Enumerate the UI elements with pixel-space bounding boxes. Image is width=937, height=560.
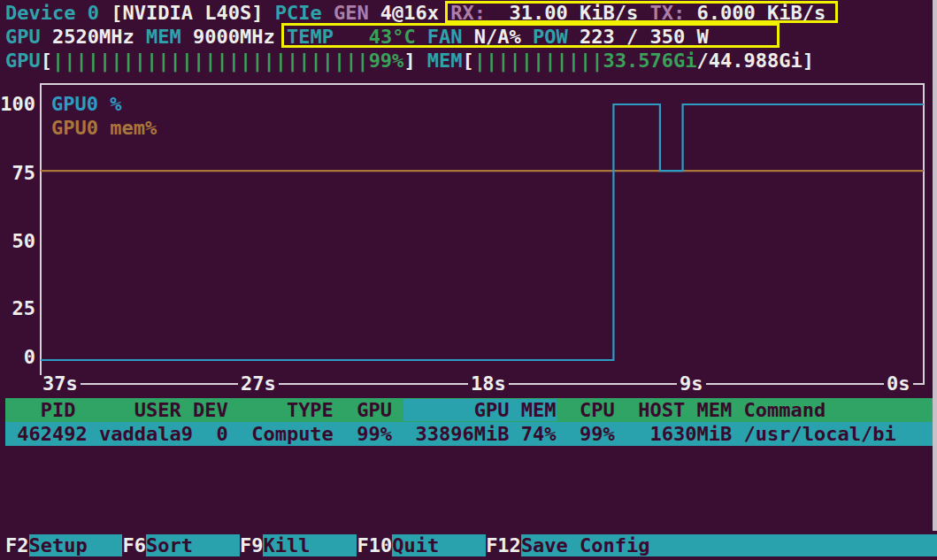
nvtop-terminal: { "colors": { "bg": "#3a0d33", "fg": "#e…: [0, 0, 937, 560]
chart-y-tick-25: 25: [12, 297, 36, 319]
gpu-utilization-line: [41, 104, 924, 360]
header-right-columns: CPU HOST MEM Command: [557, 399, 826, 421]
process-row[interactable]: 462492 vaddala9 0 Compute 99% 33896MiB 7…: [0, 422, 937, 446]
fkey-sort-button[interactable]: Sort: [146, 534, 240, 556]
chart-x-tick-27s: 27s: [241, 372, 276, 395]
process-row-text: 462492 vaddala9 0 Compute 99% 33896MiB 7…: [5, 422, 896, 446]
chart-y-tick-0: 0: [24, 346, 35, 368]
terminal-scrollbar[interactable]: [933, 0, 937, 531]
utilization-chart: 100 75 50 25 0 37s 27s 18s 9s 0s GPU0 % …: [0, 0, 937, 560]
header-gpu-mem-column: GPU MEM: [403, 399, 556, 421]
header-row-text: PID USER DEV TYPE GPU GPU MEM CPU HOST M…: [5, 398, 826, 422]
chart-plot-border: [41, 84, 924, 384]
fkey-setup-button[interactable]: Setup: [29, 534, 123, 556]
fkey-f10[interactable]: F10: [357, 534, 392, 556]
fkey-f2[interactable]: F2: [5, 534, 29, 556]
fkey-save-config-button[interactable]: Save Config: [521, 534, 937, 556]
chart-y-tick-50: 50: [12, 230, 36, 252]
process-table-header: PID USER DEV TYPE GPU GPU MEM CPU HOST M…: [0, 398, 937, 422]
chart-y-tick-100: 100: [0, 93, 35, 115]
fkey-bar: F2Setup F6Sort F9Kill F10Quit F12Save Co…: [0, 533, 937, 557]
fkey-f12[interactable]: F12: [486, 534, 521, 556]
fkey-f9[interactable]: F9: [240, 534, 264, 556]
chart-legend-gpu-percent: GPU0 %: [51, 93, 122, 115]
chart-x-tick-18s: 18s: [471, 372, 506, 395]
chart-x-tick-9s: 9s: [680, 372, 703, 395]
fkey-quit-button[interactable]: Quit: [392, 534, 486, 556]
chart-x-tick-0s: 0s: [887, 372, 910, 395]
chart-legend-gpu-mem: GPU0 mem%: [51, 117, 157, 139]
chart-x-tick-37s: 37s: [42, 372, 78, 395]
header-left-columns: PID USER DEV TYPE GPU: [5, 399, 403, 421]
fkey-kill-button[interactable]: Kill: [263, 534, 357, 556]
chart-y-tick-75: 75: [12, 162, 36, 184]
fkey-f6[interactable]: F6: [122, 534, 146, 556]
